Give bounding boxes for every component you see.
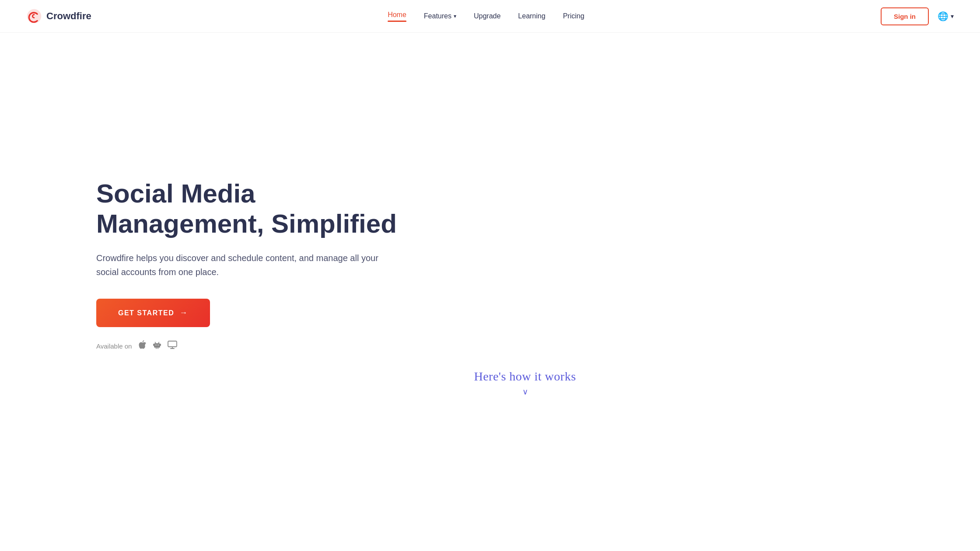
logo-link[interactable]: Crowdfire — [26, 8, 91, 24]
navbar: Crowdfire Home Features ▾ Upgrade Learni… — [0, 0, 980, 33]
how-it-works-section: Here's how it works ∨ — [96, 352, 954, 423]
nav-links: Home Features ▾ Upgrade Learning Pricing — [388, 11, 584, 22]
hero-title: Social Media Management, Simplified — [96, 178, 402, 239]
brand-name: Crowdfire — [46, 10, 91, 22]
chevron-down-icon: ∨ — [522, 387, 528, 397]
navbar-right: Sign in 🌐 ▾ — [881, 7, 954, 25]
features-chevron-icon: ▾ — [454, 13, 456, 19]
svg-point-7 — [158, 345, 159, 345]
sign-in-button[interactable]: Sign in — [881, 7, 929, 25]
logo-icon — [26, 8, 42, 24]
svg-rect-5 — [160, 344, 161, 346]
svg-rect-4 — [153, 344, 154, 346]
hero-section: Social Media Management, Simplified Crow… — [0, 33, 980, 551]
svg-rect-3 — [158, 348, 158, 349]
apple-icon — [138, 340, 147, 352]
nav-upgrade[interactable]: Upgrade — [474, 12, 500, 20]
nav-pricing[interactable]: Pricing — [563, 12, 584, 20]
chevron-down-icon: ▾ — [951, 13, 954, 20]
arrow-right-icon: → — [179, 308, 188, 317]
hero-subtitle: Crowdfire helps you discover and schedul… — [96, 251, 402, 279]
desktop-icon — [168, 341, 177, 352]
android-icon — [153, 340, 161, 352]
language-selector[interactable]: 🌐 ▾ — [938, 11, 954, 21]
how-it-works-label: Here's how it works — [474, 370, 576, 384]
svg-rect-1 — [154, 343, 160, 348]
svg-rect-2 — [156, 348, 157, 349]
nav-learning[interactable]: Learning — [518, 12, 545, 20]
available-on-row: Available on — [96, 340, 954, 352]
svg-rect-8 — [168, 341, 177, 347]
get-started-button[interactable]: GET STARTED → — [96, 299, 210, 327]
globe-icon: 🌐 — [938, 11, 948, 21]
nav-home[interactable]: Home — [388, 11, 406, 22]
svg-point-6 — [156, 345, 157, 345]
nav-features[interactable]: Features ▾ — [424, 12, 456, 20]
